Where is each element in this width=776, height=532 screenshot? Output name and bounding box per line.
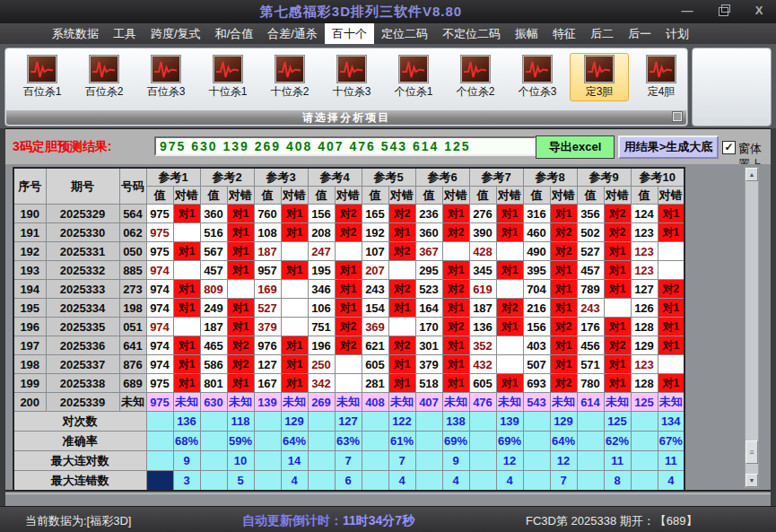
value-cell[interactable]: 780	[577, 374, 604, 393]
value-cell[interactable]: 136	[469, 318, 496, 336]
value-cell[interactable]: 346	[308, 280, 335, 299]
mark-cell[interactable]: 对1	[442, 355, 469, 374]
mark-cell[interactable]: 对1	[388, 355, 415, 374]
value-cell[interactable]: 129	[631, 336, 658, 355]
value-cell[interactable]: 456	[577, 336, 604, 355]
value-cell[interactable]: 156	[308, 205, 335, 223]
summary-gap-cell[interactable]	[362, 451, 388, 471]
mark-cell[interactable]: 对1	[173, 242, 200, 261]
seq-cell[interactable]: 195	[13, 299, 46, 318]
summary-gap-cell[interactable]	[362, 432, 388, 451]
value-cell[interactable]: 125	[631, 393, 658, 412]
mark-cell[interactable]: 对1	[227, 261, 254, 280]
issue-cell[interactable]: 2025335	[46, 318, 119, 336]
mark-cell[interactable]: 未知	[442, 393, 469, 412]
summary-gap-cell[interactable]	[469, 471, 496, 492]
mark-cell[interactable]: 对1	[388, 299, 415, 318]
value-cell[interactable]: 269	[308, 393, 335, 412]
summary-gap-cell[interactable]	[146, 451, 173, 471]
value-cell[interactable]: 751	[308, 318, 335, 336]
value-cell[interactable]: 801	[200, 374, 227, 393]
value-cell[interactable]: 408	[362, 393, 388, 412]
dialog-launcher-icon[interactable]	[673, 112, 682, 121]
value-cell[interactable]: 281	[362, 374, 388, 393]
mark-cell[interactable]: 对1	[604, 261, 631, 280]
value-cell[interactable]: 167	[254, 374, 281, 393]
toolbar-button-7[interactable]: 个位杀1	[384, 53, 443, 101]
mark-cell[interactable]: 未知	[550, 393, 577, 412]
value-cell[interactable]: 516	[200, 223, 227, 242]
summary-value-cell[interactable]: 61%	[388, 432, 415, 451]
summary-gap-cell[interactable]	[631, 451, 658, 471]
summary-value-cell[interactable]: 11	[658, 451, 684, 471]
mark-cell[interactable]: 未知	[496, 393, 523, 412]
toolbar-button-10[interactable]: 定3胆	[570, 53, 629, 101]
value-cell[interactable]: 527	[254, 299, 281, 318]
mark-cell[interactable]	[496, 336, 523, 355]
value-cell[interactable]: 208	[308, 223, 335, 242]
value-cell[interactable]: 614	[577, 393, 604, 412]
mark-cell[interactable]: 对1	[550, 336, 577, 355]
value-cell[interactable]: 465	[200, 336, 227, 355]
value-cell[interactable]: 403	[523, 336, 550, 355]
menu-item-3[interactable]: 跨度/复式	[144, 23, 208, 45]
value-cell[interactable]: 586	[200, 355, 227, 374]
mark-cell[interactable]: 对1	[281, 205, 308, 223]
value-cell[interactable]: 207	[362, 261, 388, 280]
mark-cell[interactable]: 未知	[227, 393, 254, 412]
mark-cell[interactable]: 对1	[496, 205, 523, 223]
mark-cell[interactable]: 对2	[227, 336, 254, 355]
summary-value-cell[interactable]: 6	[335, 471, 362, 492]
summary-gap-cell[interactable]	[577, 432, 604, 451]
number-cell[interactable]: 564	[119, 205, 146, 223]
mark-cell[interactable]: 对2	[604, 223, 631, 242]
summary-gap-cell[interactable]	[469, 412, 496, 432]
issue-cell[interactable]: 2025339	[46, 393, 119, 412]
value-cell[interactable]: 124	[631, 205, 658, 223]
value-cell[interactable]: 543	[523, 393, 550, 412]
value-cell[interactable]: 974	[146, 318, 173, 336]
summary-value-cell[interactable]: 8	[604, 471, 631, 492]
summary-gap-cell[interactable]	[577, 471, 604, 492]
toolbar-button-2[interactable]: 百位杀2	[74, 53, 134, 101]
summary-value-cell[interactable]: 9	[442, 451, 469, 471]
value-cell[interactable]: 502	[577, 223, 604, 242]
mark-cell[interactable]: 对1	[496, 374, 523, 393]
value-cell[interactable]: 243	[577, 299, 604, 318]
mark-cell[interactable]: 对2	[442, 280, 469, 299]
summary-gap-cell[interactable]	[308, 432, 335, 451]
value-cell[interactable]: 216	[523, 299, 550, 318]
summary-value-cell[interactable]: 64%	[550, 432, 577, 451]
summary-value-cell[interactable]: 10	[227, 451, 254, 471]
value-cell[interactable]: 507	[523, 355, 550, 374]
value-cell[interactable]: 957	[254, 261, 281, 280]
summary-value-cell[interactable]: 4	[658, 471, 684, 492]
value-cell[interactable]: 704	[523, 280, 550, 299]
menu-item-1[interactable]: 系统数据	[45, 23, 106, 45]
value-cell[interactable]: 619	[469, 280, 496, 299]
summary-gap-cell[interactable]	[469, 432, 496, 451]
summary-value-cell[interactable]: 129	[550, 412, 577, 432]
number-cell[interactable]: 未知	[119, 393, 146, 412]
mark-cell[interactable]: 对1	[496, 223, 523, 242]
mark-cell[interactable]	[281, 318, 308, 336]
mark-cell[interactable]	[496, 280, 523, 299]
mark-cell[interactable]: 对2	[604, 205, 631, 223]
mark-cell[interactable]: 对2	[604, 336, 631, 355]
value-cell[interactable]: 605	[469, 374, 496, 393]
value-cell[interactable]: 390	[469, 223, 496, 242]
value-cell[interactable]: 126	[631, 299, 658, 318]
value-cell[interactable]: 457	[577, 261, 604, 280]
value-cell[interactable]: 360	[415, 223, 442, 242]
value-cell[interactable]: 523	[415, 280, 442, 299]
value-cell[interactable]: 195	[308, 261, 335, 280]
mark-cell[interactable]: 对1	[281, 355, 308, 374]
mark-cell[interactable]: 对1	[550, 261, 577, 280]
summary-value-cell[interactable]: 129	[281, 412, 308, 432]
summary-gap-cell[interactable]	[362, 471, 388, 492]
menu-item-2[interactable]: 工具	[106, 23, 144, 45]
summary-gap-cell[interactable]	[146, 471, 173, 492]
issue-cell[interactable]: 2025333	[46, 280, 119, 299]
summary-gap-cell[interactable]	[254, 432, 281, 451]
mark-cell[interactable]	[388, 318, 415, 336]
